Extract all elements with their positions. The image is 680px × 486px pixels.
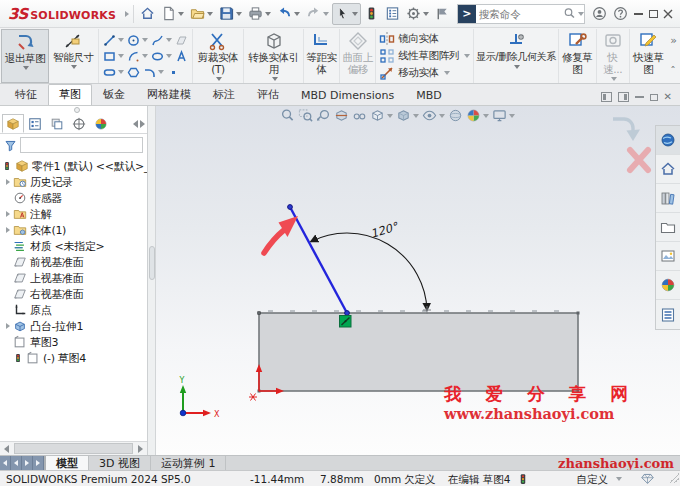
scroll-right-icon[interactable] — [134, 442, 147, 455]
slot-tool-button[interactable] — [102, 65, 125, 80]
edit-appearance-button[interactable] — [448, 108, 463, 123]
panel-drag-handle[interactable] — [74, 107, 80, 113]
design-library-tab[interactable] — [656, 184, 680, 213]
featuremanager-tab[interactable] — [2, 114, 24, 133]
dock-pane-left-icon[interactable] — [601, 92, 612, 102]
search-input[interactable] — [476, 8, 563, 20]
options-button[interactable] — [403, 3, 432, 25]
point-tool-button[interactable] — [166, 65, 181, 80]
solidworks-logo[interactable]: 3S SOLIDWORKS — [4, 5, 122, 23]
display-style-button[interactable] — [396, 108, 419, 123]
open-button[interactable] — [187, 3, 216, 25]
motion-study-tab[interactable]: 运动算例 1 — [151, 456, 227, 470]
part-face[interactable] — [258, 311, 580, 393]
displaymanager-tab[interactable] — [90, 114, 112, 133]
dynamic-annotation-button[interactable] — [352, 108, 367, 123]
rectangle-tool-button[interactable] — [102, 49, 125, 64]
exit-sketch-button[interactable]: 退出草图 — [1, 29, 49, 83]
scrollbar-thumb[interactable] — [14, 443, 133, 454]
tree-item-sensors[interactable]: 传感器 — [2, 190, 147, 206]
save-button[interactable] — [216, 3, 245, 25]
trim-entities-button[interactable]: 剪裁实体(T) — [193, 29, 244, 83]
polygon-tool-button[interactable] — [126, 65, 141, 80]
propertymanager-tab[interactable] — [24, 114, 46, 133]
rebuild-button[interactable] — [361, 3, 382, 25]
doc-restore-icon[interactable] — [650, 94, 658, 101]
mirror-entities-button[interactable]: 镜向实体 — [379, 31, 470, 47]
tab-sketch[interactable]: 草图 — [48, 84, 92, 105]
hide-show-items-button[interactable] — [422, 108, 445, 123]
3d-views-tab[interactable]: 3D 视图 — [89, 456, 151, 470]
plane-tool-button[interactable] — [174, 33, 189, 48]
arc-tool-button[interactable] — [126, 49, 149, 64]
circle-tool-button[interactable] — [126, 33, 149, 48]
doc-minimize-icon[interactable] — [635, 96, 644, 98]
tree-item-front-plane[interactable]: 前视基准面 — [2, 254, 147, 270]
new-document-button[interactable] — [158, 3, 187, 25]
tab-evaluate[interactable]: 评估 — [246, 84, 290, 105]
undo-button[interactable] — [274, 3, 303, 25]
tree-item-sketch4[interactable]: (-) 草图4 — [2, 350, 147, 366]
tree-item-top-plane[interactable]: 上视基准面 — [2, 270, 147, 286]
help-button[interactable] — [610, 3, 631, 25]
menu-expand-icon[interactable] — [125, 11, 129, 17]
dimxpertmanager-tab[interactable] — [68, 114, 90, 133]
tree-item-annotations[interactable]: 注解 — [2, 206, 147, 222]
move-entities-button[interactable]: 移动实体 — [379, 65, 470, 81]
3dexperience-tab[interactable] — [656, 126, 680, 155]
pin-button[interactable] — [432, 3, 453, 25]
tab-markup[interactable]: 标注 — [202, 84, 246, 105]
splitter-handle[interactable] — [149, 246, 155, 280]
tree-root-part[interactable]: 零件1 (默认) <<默认>_显示状 — [2, 158, 147, 174]
previous-view-button[interactable] — [316, 108, 331, 123]
confirm-exit-sketch-button[interactable] — [612, 119, 640, 141]
tree-item-material[interactable]: 材质 <未指定> — [2, 238, 147, 254]
select-tool-button[interactable] — [332, 3, 361, 25]
tree-item-right-plane[interactable]: 右视基准面 — [2, 286, 147, 302]
tree-item-origin[interactable]: 原点 — [2, 302, 147, 318]
tabs-scroll-right-icon[interactable] — [140, 120, 145, 128]
coincident-relation-badge[interactable] — [340, 316, 352, 328]
tab-mbd-dimensions[interactable]: MBD Dimensions — [290, 86, 405, 105]
file-explorer-tab[interactable] — [656, 213, 680, 242]
tab-sheet-metal[interactable]: 钣金 — [92, 84, 136, 105]
print-button[interactable] — [245, 3, 274, 25]
view-orientation-button[interactable] — [370, 108, 393, 123]
repair-sketch-button[interactable]: 修复草图 — [559, 29, 597, 83]
quick-snaps-button[interactable]: 快速... — [597, 29, 630, 83]
command-search[interactable]: > — [457, 4, 585, 24]
scroll-left-icon[interactable] — [0, 442, 13, 455]
minimize-button[interactable] — [631, 3, 646, 25]
search-dropdown-icon[interactable] — [578, 12, 584, 16]
line-tool-button[interactable] — [102, 33, 125, 48]
home-button[interactable] — [137, 3, 158, 25]
panel-splitter[interactable] — [148, 106, 156, 455]
doc-close-icon[interactable]: ✕ — [664, 92, 672, 102]
apply-scene-button[interactable] — [466, 108, 489, 123]
tree-filter-input[interactable] — [20, 137, 143, 153]
tab-mesh-modeling[interactable]: 网格建模 — [136, 84, 202, 105]
offset-entities-button[interactable]: 等距实体 — [304, 29, 340, 83]
graphics-viewport[interactable]: 120° — [156, 106, 680, 455]
section-view-button[interactable] — [334, 108, 349, 123]
spline-tool-button[interactable] — [150, 33, 173, 48]
smart-dimension-button[interactable]: 智能尺寸 — [49, 29, 99, 83]
dock-pane-right-icon[interactable] — [618, 92, 629, 102]
view-settings-button[interactable] — [492, 108, 515, 123]
filter-funnel-icon[interactable] — [4, 139, 17, 152]
last-tab-icon[interactable] — [33, 456, 44, 470]
rapid-sketch-button[interactable]: 快速草图 — [630, 29, 668, 83]
next-tab-icon[interactable] — [22, 456, 33, 470]
zoom-to-fit-button[interactable] — [280, 108, 295, 123]
ribbon-overflow-icon[interactable]: » — [670, 35, 677, 46]
resize-grip[interactable] — [669, 473, 679, 483]
surface-offset-button[interactable]: 曲面上偏移 — [340, 29, 376, 83]
units-dropdown-icon[interactable] — [616, 477, 622, 481]
ellipse-tool-button[interactable] — [150, 49, 173, 64]
close-button[interactable] — [661, 3, 676, 25]
ribbon-collapse-icon[interactable]: ˆ — [670, 66, 677, 77]
convert-entities-button[interactable]: 转换实体引用 — [244, 29, 304, 83]
cancel-sketch-button[interactable] — [630, 150, 648, 170]
first-tab-icon[interactable] — [0, 456, 11, 470]
status-tag-icon[interactable] — [641, 472, 654, 485]
